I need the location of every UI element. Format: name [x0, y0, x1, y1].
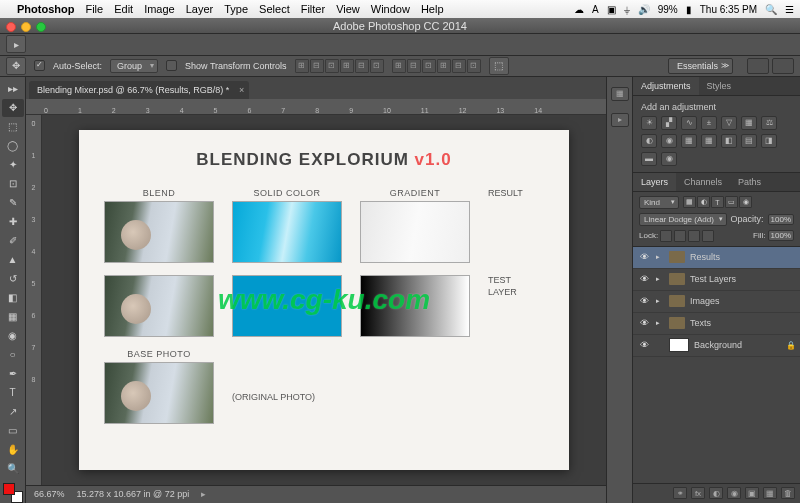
crop-tool[interactable]: ⊡: [2, 175, 24, 193]
filter-adj-icon[interactable]: ◐: [697, 196, 710, 208]
distribute-icon[interactable]: ⊞: [437, 59, 451, 73]
adj-curves-icon[interactable]: ∿: [681, 116, 697, 130]
show-transform-checkbox[interactable]: [166, 60, 177, 71]
blend-mode-dropdown[interactable]: Linear Dodge (Add): [639, 213, 727, 226]
actions-panel-icon[interactable]: ▸: [611, 113, 629, 127]
opacity-value[interactable]: 100%: [768, 214, 794, 225]
adj-selective-icon[interactable]: ◉: [661, 152, 677, 166]
align-icon[interactable]: ⊟: [355, 59, 369, 73]
foreground-color[interactable]: [3, 483, 15, 495]
lock-pos-icon[interactable]: [688, 230, 700, 242]
minimize-button[interactable]: [21, 22, 31, 32]
twirl-icon[interactable]: ▸: [656, 297, 664, 305]
trash-icon[interactable]: 🗑: [781, 487, 795, 499]
pen-tool[interactable]: ✒: [2, 365, 24, 383]
twirl-icon[interactable]: ▸: [656, 253, 664, 261]
group-icon[interactable]: ▣: [745, 487, 759, 499]
zoom-readout[interactable]: 66.67%: [34, 489, 65, 499]
menu-edit[interactable]: Edit: [114, 3, 133, 15]
auto-select-dropdown[interactable]: Group: [110, 59, 158, 73]
blur-tool[interactable]: ◉: [2, 327, 24, 345]
type-tool[interactable]: T: [2, 384, 24, 402]
tab-paths[interactable]: Paths: [730, 173, 769, 191]
gradient-tool[interactable]: ▦: [2, 308, 24, 326]
lock-trans-icon[interactable]: [660, 230, 672, 242]
twirl-icon[interactable]: ▸: [656, 275, 664, 283]
zoom-button[interactable]: [36, 22, 46, 32]
tab-channels[interactable]: Channels: [676, 173, 730, 191]
history-panel-icon[interactable]: ▦: [611, 87, 629, 101]
lasso-tool[interactable]: ◯: [2, 137, 24, 155]
fx-icon[interactable]: fx: [691, 487, 705, 499]
home-icon[interactable]: ▸: [6, 35, 26, 53]
visibility-icon[interactable]: 👁: [637, 318, 651, 328]
menu-image[interactable]: Image: [144, 3, 175, 15]
close-tab-icon[interactable]: ×: [239, 85, 244, 95]
adj-vibrance-icon[interactable]: ▽: [721, 116, 737, 130]
layer-background[interactable]: 👁Background🔒: [633, 335, 800, 357]
menu-layer[interactable]: Layer: [186, 3, 214, 15]
distribute-icon[interactable]: ⊡: [467, 59, 481, 73]
adj-photo-icon[interactable]: ◉: [661, 134, 677, 148]
app-name[interactable]: Photoshop: [17, 3, 74, 15]
layer-test-layers[interactable]: 👁▸Test Layers: [633, 269, 800, 291]
healing-tool[interactable]: ✚: [2, 213, 24, 231]
3d-mode-icon[interactable]: ⬚: [489, 57, 509, 75]
stamp-tool[interactable]: ▲: [2, 251, 24, 269]
distribute-icon[interactable]: ⊟: [407, 59, 421, 73]
filter-smart-icon[interactable]: ◉: [739, 196, 752, 208]
brush-tool[interactable]: ✐: [2, 232, 24, 250]
dodge-tool[interactable]: ○: [2, 346, 24, 364]
adj-posterize-icon[interactable]: ▤: [741, 134, 757, 148]
workspace-switcher[interactable]: Essentials: [668, 58, 733, 74]
document-tab[interactable]: Blending Mixer.psd @ 66.7% (Results, RGB…: [29, 81, 249, 99]
distribute-icon[interactable]: ⊡: [422, 59, 436, 73]
adj-bw-icon[interactable]: ◐: [641, 134, 657, 148]
menu-help[interactable]: Help: [421, 3, 444, 15]
menu-type[interactable]: Type: [224, 3, 248, 15]
shape-tool[interactable]: ▭: [2, 422, 24, 440]
align-icon[interactable]: ⊡: [370, 59, 384, 73]
adj-exposure-icon[interactable]: ±: [701, 116, 717, 130]
new-layer-icon[interactable]: ▦: [763, 487, 777, 499]
filter-pixel-icon[interactable]: ▦: [683, 196, 696, 208]
kind-filter[interactable]: Kind: [639, 196, 679, 209]
adj-invert-icon[interactable]: ◧: [721, 134, 737, 148]
layer-images[interactable]: 👁▸Images: [633, 291, 800, 313]
canvas[interactable]: BLENDING EXPLORIUM v1.0 BLEND SOLID COLO…: [42, 115, 606, 485]
adj-brightness-icon[interactable]: ☀: [641, 116, 657, 130]
auto-select-checkbox[interactable]: [34, 60, 45, 71]
visibility-icon[interactable]: 👁: [637, 274, 651, 284]
mask-icon[interactable]: ◐: [709, 487, 723, 499]
link-icon[interactable]: ⚭: [673, 487, 687, 499]
visibility-icon[interactable]: 👁: [637, 252, 651, 262]
toolbar-btn[interactable]: [772, 58, 794, 74]
adj-balance-icon[interactable]: ⚖: [761, 116, 777, 130]
lock-pixel-icon[interactable]: [674, 230, 686, 242]
distribute-icon[interactable]: ⊞: [392, 59, 406, 73]
align-icon[interactable]: ⊡: [325, 59, 339, 73]
wand-tool[interactable]: ✦: [2, 156, 24, 174]
tab-styles[interactable]: Styles: [699, 77, 740, 95]
move-tool-icon[interactable]: ✥: [6, 57, 26, 75]
distribute-icon[interactable]: ⊟: [452, 59, 466, 73]
color-swatches[interactable]: [3, 483, 23, 503]
eraser-tool[interactable]: ◧: [2, 289, 24, 307]
path-tool[interactable]: ↗: [2, 403, 24, 421]
visibility-icon[interactable]: 👁: [637, 296, 651, 306]
filter-shape-icon[interactable]: ▭: [725, 196, 738, 208]
align-icon[interactable]: ⊞: [340, 59, 354, 73]
layer-texts[interactable]: 👁▸Texts: [633, 313, 800, 335]
twirl-icon[interactable]: ▸: [656, 319, 664, 327]
adj-gradient-icon[interactable]: ▬: [641, 152, 657, 166]
hand-tool[interactable]: ✋: [2, 441, 24, 459]
move-tool[interactable]: ✥: [2, 99, 24, 117]
layer-results[interactable]: 👁▸Results: [633, 247, 800, 269]
adj-hue-icon[interactable]: ▦: [741, 116, 757, 130]
fill-adj-icon[interactable]: ◉: [727, 487, 741, 499]
close-button[interactable]: [6, 22, 16, 32]
search-icon[interactable]: 🔍: [765, 4, 777, 15]
lock-icon[interactable]: 🔒: [786, 341, 796, 350]
adj-mixer-icon[interactable]: ▦: [681, 134, 697, 148]
window-controls[interactable]: [6, 22, 46, 32]
